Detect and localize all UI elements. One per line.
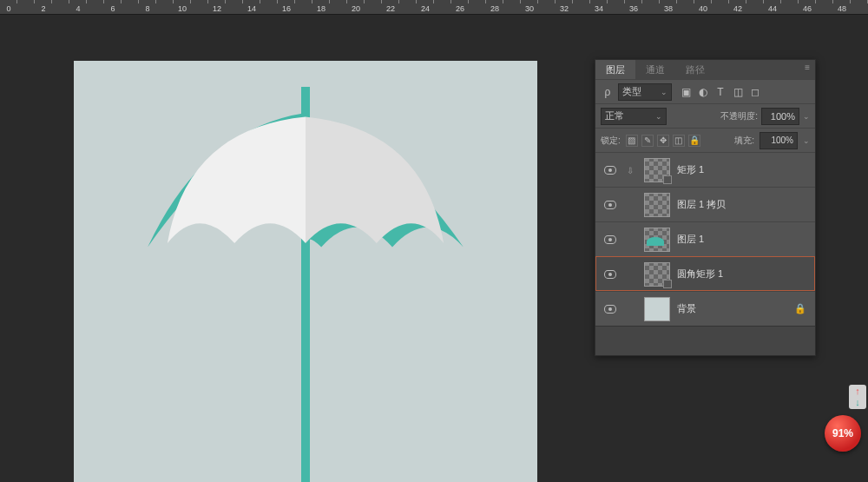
- layer-visibility-toggle[interactable]: [601, 166, 620, 175]
- layer-name-label[interactable]: 图层 1 拷贝: [677, 198, 810, 211]
- ruler-tick: 44: [764, 0, 781, 10]
- filter-icon-2[interactable]: T: [713, 85, 727, 99]
- ruler-tick: 32: [556, 0, 573, 10]
- ruler-tick: 26: [451, 0, 469, 10]
- ruler-tick: 14: [243, 0, 260, 10]
- layer-visibility-toggle[interactable]: [601, 270, 620, 279]
- layer-row[interactable]: 圆角矩形 1: [595, 256, 815, 291]
- vector-badge-icon: [663, 280, 672, 288]
- layer-thumbnail[interactable]: [644, 262, 670, 287]
- ruler-tick: 24: [417, 0, 434, 10]
- arrow-down-icon: ↓: [855, 398, 860, 407]
- fill-input[interactable]: 100%: [760, 132, 798, 149]
- filter-icon-4[interactable]: ◻: [748, 85, 762, 99]
- ruler-tick: 20: [347, 0, 365, 10]
- arrow-up-icon: ↑: [855, 386, 860, 396]
- zoom-badge[interactable]: 91%: [825, 415, 861, 452]
- ruler-tick: 48: [833, 0, 851, 10]
- filter-icon-1[interactable]: ◐: [696, 85, 710, 99]
- search-icon: ρ: [601, 85, 615, 99]
- ruler-tick: 4: [69, 0, 87, 10]
- layer-visibility-toggle[interactable]: [601, 305, 620, 314]
- layer-thumbnail[interactable]: [644, 158, 670, 182]
- umbrella-artwork: [74, 61, 537, 482]
- ruler-tick: 22: [382, 0, 399, 10]
- eye-icon: [604, 166, 616, 175]
- lock-label: 锁定:: [601, 135, 621, 147]
- ruler-tick: 36: [625, 0, 642, 10]
- layer-name-label[interactable]: 背景: [677, 302, 810, 315]
- eye-icon: [604, 201, 616, 209]
- layer-row[interactable]: ⇩矩形 1: [595, 152, 815, 187]
- layer-row[interactable]: 图层 1: [595, 221, 815, 256]
- lock-icon-1[interactable]: ✎: [641, 135, 654, 147]
- lock-icon: 🔒: [794, 303, 806, 314]
- filter-icon-3[interactable]: ◫: [731, 85, 745, 99]
- panel-footer: [595, 326, 815, 355]
- panel-tab-1[interactable]: 通道: [635, 60, 675, 79]
- eye-icon: [604, 305, 616, 314]
- filter-kind-dropdown[interactable]: 类型 ⌄: [618, 83, 672, 101]
- layer-filter-row: ρ 类型 ⌄ ▣◐T◫◻: [595, 79, 815, 103]
- chevron-down-icon[interactable]: ⌄: [803, 136, 810, 145]
- zoom-arrows[interactable]: ↑ ↓: [849, 385, 866, 409]
- ruler-tick: 30: [521, 0, 538, 10]
- ruler-tick: 34: [590, 0, 608, 10]
- lock-icon-2[interactable]: ✥: [657, 135, 669, 147]
- blend-mode-value: 正常: [605, 109, 624, 122]
- eye-icon: [604, 270, 616, 279]
- filter-kind-label: 类型: [622, 85, 641, 98]
- umbrella-canopy: [123, 113, 488, 287]
- link-down-icon: ⇩: [627, 166, 634, 175]
- zoom-value: 91%: [832, 427, 853, 439]
- layer-row[interactable]: 背景🔒: [595, 291, 815, 326]
- layer-visibility-toggle[interactable]: [601, 201, 620, 209]
- lock-icon-3[interactable]: ◫: [673, 135, 685, 147]
- ruler-tick: 2: [35, 0, 52, 10]
- layers-panel: 图层通道路径 ≡ ρ 类型 ⌄ ▣◐T◫◻ 正常 ⌄ 不透明度: 100% ⌄ …: [595, 59, 816, 356]
- filter-icon-0[interactable]: ▣: [679, 85, 693, 99]
- chevron-down-icon: ⌄: [661, 88, 667, 96]
- lock-icon-4[interactable]: 🔒: [688, 135, 700, 147]
- layer-visibility-toggle[interactable]: [601, 235, 620, 244]
- ruler-tick: 10: [174, 0, 191, 10]
- opacity-input[interactable]: 100%: [761, 108, 799, 125]
- chevron-down-icon[interactable]: ⌄: [803, 112, 810, 121]
- ruler-tick: 46: [799, 0, 816, 10]
- opacity-label: 不透明度:: [720, 110, 758, 122]
- ruler-tick: 40: [694, 0, 712, 10]
- ruler-tick: 8: [139, 0, 156, 10]
- ruler-tick: 6: [104, 0, 122, 10]
- layer-name-label[interactable]: 矩形 1: [677, 163, 810, 176]
- vector-badge-icon: [663, 175, 672, 184]
- chevron-down-icon: ⌄: [655, 112, 662, 121]
- ruler-tick: 0: [0, 0, 17, 10]
- ruler-tick: 28: [486, 0, 503, 10]
- ruler-tick: 38: [660, 0, 677, 10]
- panel-tab-0[interactable]: 图层: [595, 60, 635, 79]
- lock-icon-0[interactable]: ▨: [626, 135, 638, 147]
- panel-menu-icon[interactable]: ≡: [805, 63, 812, 72]
- ruler-tick: 18: [312, 0, 330, 10]
- eye-icon: [604, 235, 616, 244]
- lock-row: 锁定: ▨✎✥◫🔒 填充: 100% ⌄: [595, 128, 815, 152]
- document-canvas[interactable]: [74, 61, 537, 482]
- panel-tab-2[interactable]: 路径: [675, 60, 715, 79]
- layer-name-label[interactable]: 圆角矩形 1: [677, 267, 810, 281]
- ruler-tick: 16: [278, 0, 295, 10]
- panel-header: 图层通道路径 ≡: [595, 60, 815, 79]
- layer-row[interactable]: 图层 1 拷贝: [595, 187, 815, 221]
- layer-name-label[interactable]: 图层 1: [677, 233, 810, 246]
- layer-thumbnail[interactable]: [644, 193, 670, 217]
- ruler-tick: 42: [729, 0, 746, 10]
- layer-thumbnail[interactable]: [644, 228, 670, 252]
- blend-row: 正常 ⌄ 不透明度: 100% ⌄: [595, 103, 815, 128]
- layer-thumbnail[interactable]: [644, 297, 670, 321]
- ruler-tick: 12: [208, 0, 226, 10]
- layer-link-column: ⇩: [627, 165, 637, 175]
- layers-list: ⇩矩形 1图层 1 拷贝图层 1圆角矩形 1背景🔒: [595, 152, 815, 326]
- fill-label: 填充:: [734, 135, 754, 147]
- blend-mode-dropdown[interactable]: 正常 ⌄: [601, 108, 667, 125]
- ruler-horizontal[interactable]: 0246810121416182022242628303234363840424…: [0, 0, 868, 15]
